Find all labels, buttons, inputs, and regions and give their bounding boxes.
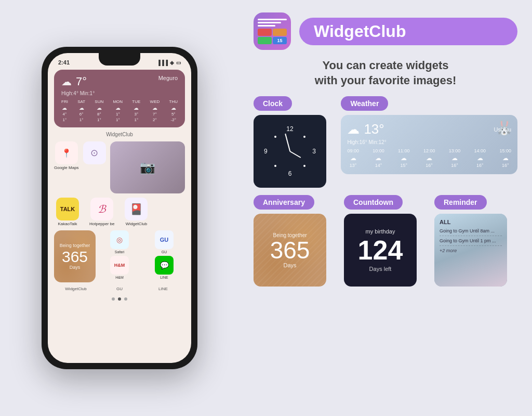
reminder-item-2: Going to Gym Until 1 pm ... [440, 238, 502, 246]
phone-anniversary-widget: Being together 365 Days [54, 230, 96, 282]
app-item-googlemaps[interactable]: 📍 Google Maps [54, 141, 79, 170]
countdown-preview: my birthday 124 Days left [344, 214, 417, 287]
app-item-gu[interactable]: GU GU [155, 230, 174, 254]
phone-ann-days: Days [70, 265, 81, 270]
phone-weather-location: Meguro [158, 75, 178, 81]
anniversary-preview: Being together 365 Days [254, 214, 326, 287]
battery-icon: ▭ [176, 60, 181, 66]
widget-row-2: Anniversary Being together 365 Days Coun… [254, 195, 517, 287]
app-name-badge: WidgetClub [299, 18, 517, 45]
kakao-icon: TALK [60, 206, 75, 212]
label-widgetclub3: WidgetClub [54, 287, 98, 291]
weather-label: Weather [341, 96, 388, 111]
app-label-maps: Google Maps [54, 165, 79, 170]
phone-ann-being: Being together [60, 243, 90, 248]
label-gu: GU [98, 287, 141, 291]
tagline-line2: with your favorite images! [254, 73, 517, 88]
phone-notch [99, 53, 140, 66]
mini-icon-red [258, 29, 272, 36]
minute-hand [285, 134, 290, 151]
countdown-col: Countdown my birthday 124 Days left [344, 195, 427, 287]
phone-widgetclub-label: WidgetClub [54, 132, 185, 137]
app-item-kakaotalk[interactable]: TALK KakaoTalk [56, 198, 79, 226]
widgetclub-app-icon: 15 [254, 12, 291, 50]
dot-3 [124, 297, 127, 301]
hotpepper-icon: ℬ [98, 203, 106, 215]
clock-label: Clock [254, 96, 292, 111]
ann-days: Days [283, 262, 296, 268]
reminder-items: ALL Going to Gym Until 8am ... Going to … [440, 219, 502, 253]
line-label: LINE [160, 276, 168, 279]
mini-icon-green [258, 37, 272, 44]
phone-weather-temp: 7° [76, 75, 87, 88]
phone-mockup-panel: 2:41 ▐▐▐ ◈ ▭ ☁ 7° Meguro [0, 0, 239, 416]
ann-number: 365 [270, 238, 310, 262]
right-panel: 15 WidgetClub You can create widgets wit… [239, 0, 532, 416]
mini-icon-blue: 15 [273, 37, 287, 44]
widget-sections: Clock 12 3 6 9 [254, 96, 517, 287]
camera-icon: 📷 [140, 160, 155, 175]
reminder-header: ALL [440, 219, 502, 225]
tagline-line1: You can create widgets [254, 58, 517, 73]
countdown-sub: Days left [369, 266, 392, 272]
weather-preview-detail: High:16° Min:12° [347, 139, 511, 145]
app-item-line[interactable]: 💬 LINE [155, 256, 174, 279]
bottom-grid: Being together 365 Days ◎ Safari H&M [54, 230, 185, 282]
safari-icon: ◎ [116, 236, 123, 244]
app-item-hotpepper[interactable]: ℬ Hotpepper be [89, 198, 114, 226]
countdown-number: 124 [358, 237, 403, 264]
gu-icon: GU [160, 237, 169, 243]
hm-icon: H&M [114, 263, 125, 268]
dot-1 [112, 297, 115, 301]
widget-row-1: Clock 12 3 6 9 [254, 96, 517, 188]
app-name: WidgetClub [314, 22, 406, 41]
gu-label: GU [162, 250, 167, 254]
safari-hm-col: ◎ Safari H&M H&M [99, 230, 140, 282]
phone-outer: 2:41 ▐▐▐ ◈ ▭ ☁ 7° Meguro [42, 47, 197, 369]
clock-hands [269, 131, 311, 172]
phone-weather-widget: ☁ 7° Meguro High:4° Min:1° FRI☁4°1° SAT☁… [54, 70, 185, 127]
app-tagline: You can create widgets with your favorit… [254, 58, 517, 88]
app-label-kakao: KakaoTalk [58, 222, 77, 226]
clock-col: Clock 12 3 6 9 [254, 96, 334, 188]
anniversary-col: Anniversary Being together 365 Days [254, 195, 337, 287]
reminder-label: Reminder [434, 195, 487, 210]
reminder-more: +2 more [440, 248, 502, 253]
maps-icon: 📍 [61, 148, 72, 158]
phone-ann-number: 365 [62, 249, 88, 265]
gu-line-col: GU GU 💬 LINE [143, 230, 185, 282]
app-header: 15 WidgetClub [254, 12, 517, 50]
signal-icon: ▐▐▐ [157, 60, 168, 66]
app-item-unknown[interactable]: ⊙ [83, 141, 106, 165]
reminder-preview: ALL Going to Gym Until 8am ... Going to … [434, 214, 507, 287]
app-label-hotpepper: Hotpepper be [89, 222, 114, 226]
weather-days-row: FRI☁4°1° SAT☁6°1° SUN☁8°1° MON☁1°1° TUE☁… [61, 99, 178, 122]
app-item-safari[interactable]: ◎ Safari [110, 230, 129, 254]
reminder-col: Reminder ALL Going to Gym Until 8am ... … [434, 195, 517, 287]
weather-preview-location: Ushiku [494, 126, 511, 133]
time-display: 2:41 [58, 59, 70, 66]
dot-2 [118, 297, 121, 301]
clock-num-3: 3 [312, 148, 316, 155]
safari-label: Safari [115, 250, 124, 254]
clock-preview: 12 3 6 9 [254, 115, 326, 188]
label-line: LINE [141, 287, 185, 291]
phone-content: ☁ 7° Meguro High:4° Min:1° FRI☁4°1° SAT☁… [48, 68, 191, 359]
anniversary-label: Anniversary [254, 195, 314, 210]
mini-icon-orange [273, 29, 287, 36]
countdown-title: my birthday [366, 228, 395, 235]
weather-preview-temp: 13° [364, 121, 384, 137]
app-item-hm[interactable]: H&M H&M [110, 256, 129, 279]
app-item-widgetclub2[interactable]: 🎴 WidgetClub [125, 198, 148, 226]
clock-face: 12 3 6 9 [264, 125, 316, 177]
countdown-label: Countdown [344, 195, 403, 210]
wifi-icon: ◈ [170, 60, 174, 66]
weather-col: Weather 🐰 ☁ 13° Ushiku High:16° Min:12° … [341, 96, 517, 174]
app-label-widgetclub2: WidgetClub [126, 222, 147, 226]
weather-preview-cloud: ☁ [347, 122, 360, 137]
hm-label: H&M [115, 276, 124, 279]
bottom-labels: WidgetClub GU LINE [54, 287, 185, 291]
phone-weather-minmax: High:4° Min:1° [61, 90, 178, 96]
target-icon: ⊙ [90, 147, 98, 159]
line-icon: 💬 [160, 261, 169, 269]
